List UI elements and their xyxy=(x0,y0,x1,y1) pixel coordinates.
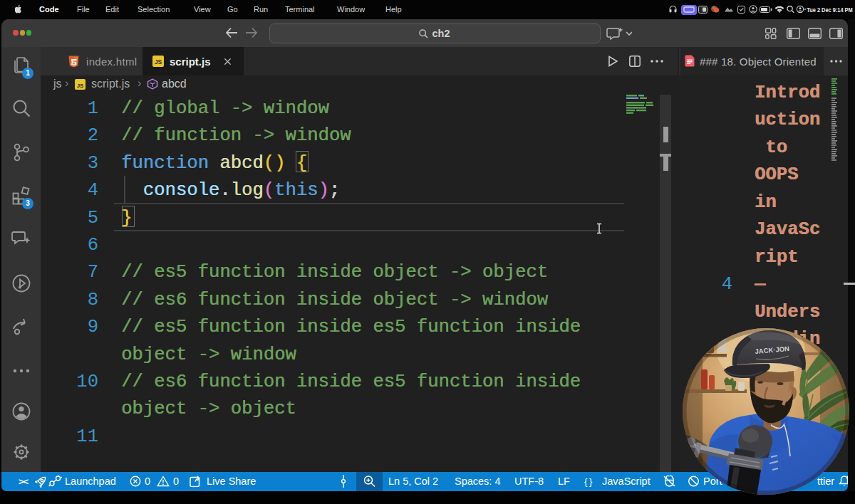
svg-text:JS: JS xyxy=(77,83,84,89)
svg-text:JS: JS xyxy=(155,58,162,65)
